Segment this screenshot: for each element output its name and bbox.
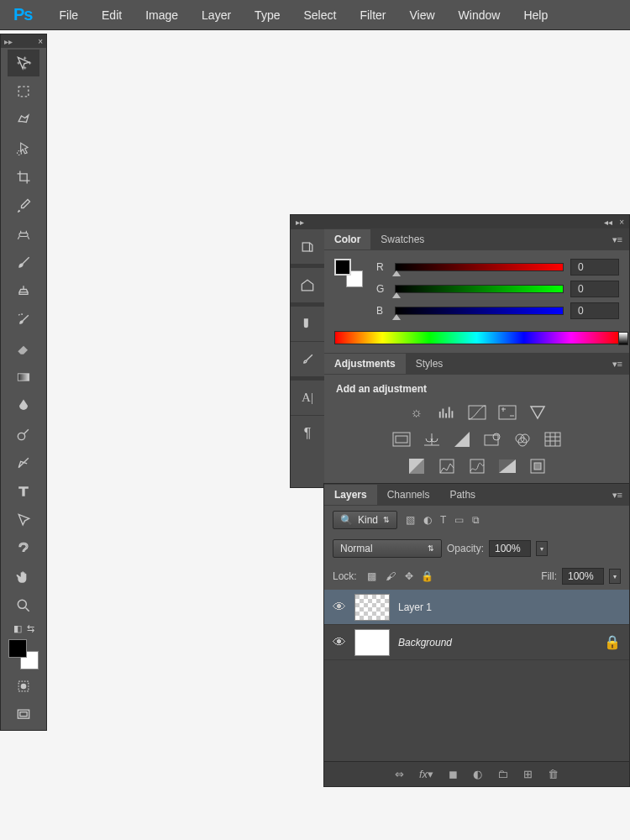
brightness-contrast-icon[interactable]: ☼ <box>406 403 428 422</box>
panel-menu-icon[interactable]: ▾≡ <box>606 490 629 501</box>
menu-image[interactable]: Image <box>134 2 190 29</box>
visibility-toggle-icon[interactable]: 👁 <box>333 635 346 650</box>
lock-all-icon[interactable]: 🔒 <box>421 570 434 583</box>
clone-stamp-tool[interactable] <box>8 278 39 305</box>
posterize-icon[interactable] <box>436 457 458 475</box>
blue-slider[interactable] <box>395 307 564 315</box>
filter-type-icon[interactable]: T <box>440 514 446 526</box>
layer-effects-icon[interactable]: fx▾ <box>419 768 433 780</box>
foreground-background-colors[interactable] <box>8 639 39 669</box>
black-white-icon[interactable] <box>451 430 473 449</box>
color-lookup-icon[interactable] <box>542 430 564 449</box>
eraser-tool[interactable] <box>8 335 39 362</box>
layer-name[interactable]: Layer 1 <box>398 601 621 613</box>
invert-icon[interactable] <box>406 457 428 475</box>
filter-pixel-icon[interactable]: ▧ <box>406 514 415 526</box>
history-brush-tool[interactable] <box>8 307 39 333</box>
character-panel-icon[interactable]: A| <box>291 380 324 415</box>
path-select-tool[interactable] <box>8 507 39 533</box>
panel-menu-icon[interactable]: ▾≡ <box>606 359 629 370</box>
quick-mask-tool[interactable] <box>8 673 39 700</box>
blend-mode-dropdown[interactable]: Normal ⇅ <box>333 539 442 558</box>
layer-name[interactable]: Background <box>398 637 596 648</box>
selective-color-icon[interactable] <box>527 457 549 475</box>
panel-menu-icon[interactable]: ▾≡ <box>606 234 629 245</box>
menu-edit[interactable]: Edit <box>90 2 134 29</box>
opacity-stepper[interactable]: ▾ <box>536 541 548 556</box>
fill-input[interactable]: 100% <box>562 568 604 585</box>
group-layers-icon[interactable]: 🗀 <box>497 768 508 780</box>
panel-group-header[interactable]: ▸▸ ◂◂ × <box>291 215 629 228</box>
brush-tool[interactable] <box>8 249 39 276</box>
menu-layer[interactable]: Layer <box>190 2 243 29</box>
eyedropper-tool[interactable] <box>8 192 39 219</box>
layer-thumbnail[interactable] <box>354 594 390 621</box>
lock-position-icon[interactable]: ✥ <box>402 570 416 583</box>
collapse-icon[interactable]: ◂◂ <box>604 218 612 227</box>
brushes-panel-icon[interactable] <box>291 306 324 341</box>
hand-tool[interactable] <box>8 564 39 591</box>
blue-value-input[interactable]: 0 <box>570 302 619 319</box>
fill-stepper[interactable]: ▾ <box>609 569 621 584</box>
layer-row[interactable]: 👁 Layer 1 <box>324 590 629 625</box>
paragraph-panel-icon[interactable]: ¶ <box>291 415 324 450</box>
tab-layers[interactable]: Layers <box>324 485 377 505</box>
new-layer-icon[interactable]: ⊞ <box>523 768 533 780</box>
menu-select[interactable]: Select <box>291 2 348 29</box>
tab-channels[interactable]: Channels <box>377 485 440 505</box>
zoom-tool[interactable] <box>8 592 39 619</box>
red-value-input[interactable]: 0 <box>570 259 619 276</box>
menu-type[interactable]: Type <box>243 2 291 29</box>
close-icon[interactable]: × <box>619 218 624 227</box>
history-panel-icon[interactable] <box>291 228 324 264</box>
filter-shape-icon[interactable]: ▭ <box>454 514 464 526</box>
layer-thumbnail[interactable] <box>354 629 390 656</box>
vibrance-icon[interactable] <box>527 403 549 422</box>
menu-filter[interactable]: Filter <box>348 2 397 29</box>
levels-icon[interactable] <box>436 403 458 422</box>
tab-adjustments[interactable]: Adjustments <box>324 354 406 374</box>
layer-row[interactable]: 👁 Background 🔒 <box>324 625 629 660</box>
expand-icon[interactable]: ▸▸ <box>296 218 304 227</box>
screen-mode-tool[interactable] <box>8 701 39 728</box>
delete-layer-icon[interactable]: 🗑 <box>548 768 559 780</box>
crop-tool[interactable] <box>8 164 39 191</box>
green-value-input[interactable]: 0 <box>570 281 619 297</box>
tab-styles[interactable]: Styles <box>406 354 454 374</box>
pen-tool[interactable] <box>8 449 39 476</box>
lasso-tool[interactable] <box>8 107 39 134</box>
brush-presets-panel-icon[interactable] <box>291 341 324 376</box>
foreground-color-swatch[interactable] <box>334 259 351 276</box>
tab-color[interactable]: Color <box>324 229 370 249</box>
menu-file[interactable]: File <box>47 2 90 29</box>
properties-panel-icon[interactable] <box>291 267 324 302</box>
marquee-tool[interactable] <box>8 78 39 105</box>
layer-mask-icon[interactable]: ◼ <box>449 768 458 780</box>
menu-help[interactable]: Help <box>512 2 559 29</box>
foreground-color-swatch[interactable] <box>8 639 27 658</box>
healing-brush-tool[interactable] <box>8 221 39 248</box>
color-panel-fgbg[interactable] <box>334 259 363 287</box>
tools-panel-header[interactable]: ▸▸ × <box>1 34 46 48</box>
channel-mixer-icon[interactable] <box>512 430 533 449</box>
color-balance-icon[interactable] <box>421 430 443 449</box>
shape-tool[interactable] <box>8 535 39 562</box>
expand-icon[interactable]: ▸▸ <box>4 37 13 46</box>
dodge-tool[interactable] <box>8 421 39 448</box>
menu-view[interactable]: View <box>398 2 447 29</box>
quick-select-tool[interactable] <box>8 135 39 162</box>
link-layers-icon[interactable]: ⇔ <box>395 768 404 780</box>
blur-tool[interactable] <box>8 392 39 419</box>
curves-icon[interactable] <box>466 403 488 422</box>
tab-swatches[interactable]: Swatches <box>370 229 434 249</box>
type-tool[interactable] <box>8 478 39 505</box>
exposure-icon[interactable] <box>496 403 518 422</box>
swap-colors-icon[interactable]: ⇆ <box>27 623 34 634</box>
layer-filter-dropdown[interactable]: 🔍 Kind ⇅ <box>333 511 397 529</box>
filter-smart-icon[interactable]: ⧉ <box>472 514 480 526</box>
gradient-tool[interactable] <box>8 364 39 391</box>
color-spectrum[interactable] <box>334 331 619 344</box>
threshold-icon[interactable] <box>466 457 488 475</box>
red-slider[interactable] <box>395 263 564 271</box>
tab-paths[interactable]: Paths <box>439 485 486 505</box>
